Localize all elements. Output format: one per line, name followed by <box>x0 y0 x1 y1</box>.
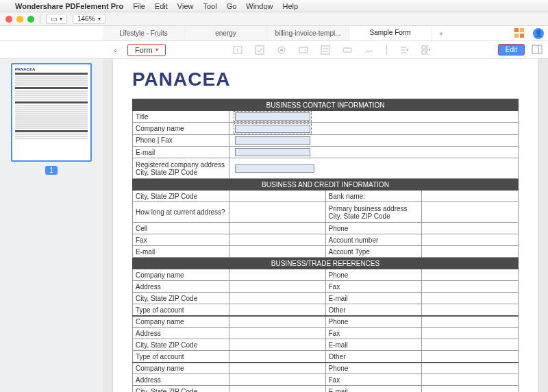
toggle-panel-button[interactable] <box>532 45 543 56</box>
form-value-cell <box>229 304 325 316</box>
form-value-cell <box>229 269 325 281</box>
page-thumbnail[interactable]: PANACEA <box>11 63 92 162</box>
section-header: BUSINESS CONTACT INFORMATION <box>133 99 519 111</box>
menu-tool[interactable]: Tool <box>203 2 216 10</box>
back-button[interactable]: ‹ <box>110 46 121 54</box>
menu-window[interactable]: Window <box>246 2 273 10</box>
form-label-cell: Bank name: <box>325 191 422 202</box>
text-field-tool-icon[interactable]: T <box>233 45 242 55</box>
form-input-field[interactable] <box>235 148 310 156</box>
panel-layout-icon: ▭ <box>51 15 57 23</box>
form-value-cell <box>422 202 519 223</box>
menu-view[interactable]: View <box>177 2 194 10</box>
form-value-cell <box>422 328 519 339</box>
document-viewport[interactable]: PANACEA BUSINESS CONTACT INFORMATIONTitl… <box>103 59 548 392</box>
tab-lifestyle[interactable]: Lifestyle - Fruits <box>103 26 185 40</box>
menu-file[interactable]: File <box>133 2 145 10</box>
chevron-down-icon: ▾ <box>98 16 101 22</box>
edit-button[interactable]: Edit <box>498 44 525 56</box>
form-value-cell <box>422 269 519 281</box>
form-label-cell: Primary business addressCity, State ZIP … <box>325 202 422 223</box>
form-input-field[interactable] <box>235 164 314 173</box>
form-input-field[interactable] <box>235 125 310 133</box>
form-label-cell: City, State ZIP Code <box>133 293 229 304</box>
form-value-cell <box>229 328 325 339</box>
form-label-cell: Phone <box>325 363 422 374</box>
thumb-title: PANACEA <box>15 67 88 71</box>
fullscreen-window-icon[interactable] <box>27 16 34 23</box>
form-value-cell <box>422 363 519 374</box>
form-input-field[interactable] <box>235 112 310 121</box>
form-value-cell <box>422 316 519 328</box>
svg-rect-19 <box>422 51 425 54</box>
zoom-select[interactable]: 146% ▾ <box>73 14 105 24</box>
form-value-cell <box>422 304 519 316</box>
svg-rect-3 <box>520 34 524 38</box>
tab-energy[interactable]: energy <box>185 26 267 40</box>
svg-text:T: T <box>236 47 239 53</box>
form-input-field[interactable] <box>235 136 310 145</box>
document-page: PANACEA BUSINESS CONTACT INFORMATIONTitl… <box>113 59 538 392</box>
tab-label: Lifestyle - Fruits <box>119 29 168 37</box>
form-label-cell: Fax <box>325 281 422 293</box>
form-label-cell: Phone <box>325 269 422 281</box>
form-label-cell: Company name <box>133 363 229 374</box>
form-label-cell: How long at current address? <box>133 202 229 223</box>
svg-rect-0 <box>514 28 519 32</box>
form-value-cell <box>229 386 325 392</box>
radio-tool-icon[interactable] <box>277 45 286 55</box>
section-header: BUSINESS AND CREDIT INFORMATION <box>133 179 519 191</box>
form-value-cell <box>229 363 325 374</box>
form-value-cell <box>422 386 519 392</box>
form-label-cell: Account number <box>325 234 422 246</box>
mode-dropdown[interactable]: Form ▾ <box>127 44 166 56</box>
signature-tool-icon[interactable] <box>364 45 374 55</box>
app-name[interactable]: Wondershare PDFelement Pro <box>15 2 123 10</box>
form-value-cell <box>229 293 325 304</box>
form-label-cell: Title <box>133 111 229 123</box>
user-account-button[interactable]: 👤 <box>529 26 548 40</box>
form-label-cell: Registered company addressCity, State ZI… <box>133 158 229 179</box>
add-tab-button[interactable]: + <box>432 26 451 40</box>
form-value-cell <box>422 281 519 293</box>
form-value-cell <box>422 339 519 351</box>
form-label-cell: Fax <box>133 234 229 246</box>
form-label-cell: Company name <box>133 123 229 134</box>
form-label-cell: Address <box>133 374 229 386</box>
listbox-tool-icon[interactable] <box>321 45 330 55</box>
form-label-cell: City, State ZIP Code <box>133 386 229 392</box>
form-label-cell: E-mail <box>133 147 229 158</box>
form-label-cell: Address <box>133 281 229 293</box>
tab-sample-form[interactable]: Sample Form <box>349 26 432 40</box>
svg-rect-6 <box>256 46 264 54</box>
tab-billing[interactable]: billing-invoice-templ... <box>267 26 349 40</box>
combobox-tool-icon[interactable] <box>299 45 308 55</box>
form-value-cell <box>229 202 325 223</box>
form-label-cell: City, State ZIP Code <box>133 339 229 351</box>
minimize-window-icon[interactable] <box>16 16 23 23</box>
align-tool-icon[interactable]: ▾ <box>399 45 409 55</box>
menu-help[interactable]: Help <box>282 2 298 10</box>
form-value-cell <box>229 123 518 134</box>
form-label-cell: Other <box>325 304 422 316</box>
sub-toolbar: ‹ Form ▾ T ▾ ▾ Edit <box>0 41 548 59</box>
form-value-cell <box>422 191 519 202</box>
menu-edit[interactable]: Edit <box>155 2 168 10</box>
svg-point-8 <box>280 49 283 51</box>
button-tool-icon[interactable] <box>342 45 352 55</box>
menu-go[interactable]: Go <box>227 2 237 10</box>
form-label-cell: E-mail <box>325 339 422 351</box>
svg-rect-13 <box>343 48 351 52</box>
divider <box>40 14 40 24</box>
traffic-lights <box>5 16 34 23</box>
checkbox-tool-icon[interactable] <box>255 45 264 55</box>
tab-label: Sample Form <box>369 29 410 36</box>
page-number-badge[interactable]: 1 <box>45 166 58 175</box>
divider <box>386 45 387 55</box>
view-mode-button[interactable]: ▭ ▾ <box>46 14 67 24</box>
more-tool-icon[interactable]: ▾ <box>421 45 431 55</box>
close-window-icon[interactable] <box>5 16 12 23</box>
grid-icon <box>514 28 524 39</box>
app-grid-button[interactable] <box>510 26 529 40</box>
plus-icon: + <box>439 29 443 38</box>
